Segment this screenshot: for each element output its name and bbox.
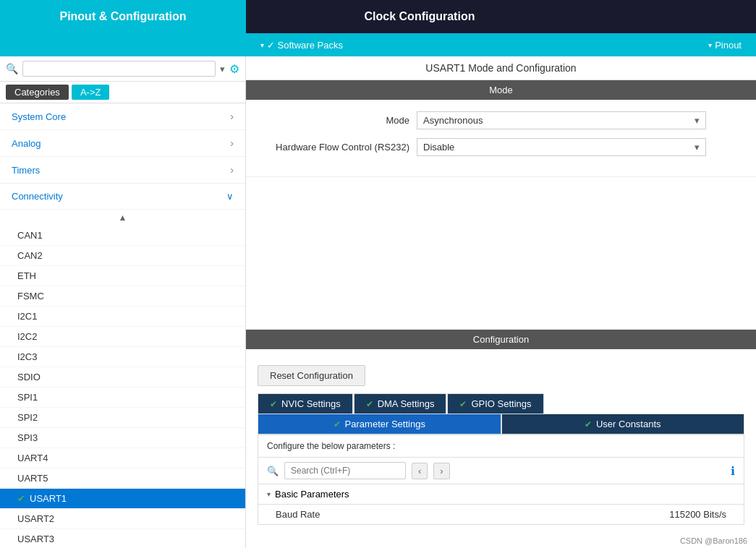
tab-user-constants[interactable]: ✔ User Constants bbox=[501, 414, 745, 434]
sidebar-item-label-connectivity: Connectivity bbox=[12, 191, 63, 202]
header-left: Pinout & Configuration bbox=[0, 0, 246, 33]
config-section: Reset Configuration ✔ NVIC Settings ✔ DM… bbox=[246, 349, 756, 534]
tabs-row-1: ✔ NVIC Settings ✔ DMA Settings ✔ GPIO Se… bbox=[258, 393, 744, 414]
baud-rate-value: 115200 Bits/s bbox=[669, 509, 726, 520]
header-right bbox=[593, 0, 756, 33]
mode-label: Mode bbox=[258, 115, 417, 126]
reset-config-button[interactable]: Reset Configuration bbox=[258, 365, 365, 386]
search-row: 🔍 ‹ › ℹ bbox=[258, 458, 744, 484]
software-packs-btn[interactable]: ▾ ✓ Software Packs bbox=[260, 40, 343, 51]
flow-control-value: Disable bbox=[423, 142, 454, 153]
check-icon-gpio: ✔ bbox=[459, 399, 467, 409]
sub-item-usart2[interactable]: USART2 bbox=[0, 509, 245, 529]
search-icon: 🔍 bbox=[6, 63, 18, 74]
baud-rate-label: Baud Rate bbox=[276, 509, 669, 520]
chevron-right-icon-timers: › bbox=[230, 164, 234, 176]
tab-gpio-settings[interactable]: ✔ GPIO Settings bbox=[447, 393, 543, 414]
next-nav-btn[interactable]: › bbox=[433, 463, 449, 479]
tabs-row-2: ✔ Parameter Settings ✔ User Constants bbox=[258, 414, 744, 435]
sub-items-list: CAN1 CAN2 ETH FSMC I2C1 I2C2 I2C3 SDIO S… bbox=[0, 226, 245, 548]
mode-value: Asynchronous bbox=[423, 115, 483, 126]
sub-header-right: ▾ ✓ Software Packs ▾ Pinout bbox=[246, 40, 756, 51]
mode-select[interactable]: Asynchronous ▾ bbox=[417, 111, 706, 129]
params-search-input[interactable] bbox=[284, 462, 406, 479]
sub-item-i2c2[interactable]: I2C2 bbox=[0, 327, 245, 347]
content-title: USART1 Mode and Configuration bbox=[246, 56, 756, 80]
sidebar-item-analog[interactable]: Analog › bbox=[0, 130, 245, 157]
sub-item-i2c1[interactable]: I2C1 bbox=[0, 307, 245, 327]
sidebar-item-timers[interactable]: Timers › bbox=[0, 157, 245, 184]
sidebar-item-label-timers: Timers bbox=[12, 165, 40, 176]
sub-item-spi2[interactable]: SPI2 bbox=[0, 408, 245, 428]
tab-parameter-label: Parameter Settings bbox=[345, 419, 425, 429]
sub-item-label-usart1: USART1 bbox=[30, 493, 67, 504]
flow-control-select[interactable]: Disable ▾ bbox=[417, 138, 706, 156]
flow-control-chevron-icon: ▾ bbox=[695, 142, 700, 153]
sidebar-item-system-core[interactable]: System Core › bbox=[0, 103, 245, 130]
chevron-down-icon-connectivity: ∨ bbox=[226, 191, 234, 202]
tab-dma-settings[interactable]: ✔ DMA Settings bbox=[354, 393, 447, 414]
sub-item-uart4[interactable]: UART4 bbox=[0, 448, 245, 468]
info-icon: ℹ bbox=[731, 464, 735, 478]
content-area: USART1 Mode and Configuration Mode Mode … bbox=[246, 56, 756, 548]
sidebar: 🔍 ▾ ⚙ Categories A->Z System Core › Anal… bbox=[0, 56, 246, 548]
sub-item-can1[interactable]: CAN1 bbox=[0, 226, 245, 246]
sub-item-can2[interactable]: CAN2 bbox=[0, 246, 245, 266]
sub-item-spi3[interactable]: SPI3 bbox=[0, 428, 245, 448]
dropdown-arrow-icon[interactable]: ▾ bbox=[220, 64, 225, 74]
watermark: CSDN @Baron186 bbox=[246, 534, 756, 548]
header-center[interactable]: Clock Configuration bbox=[246, 0, 593, 33]
pinout-btn[interactable]: ▾ Pinout bbox=[708, 40, 742, 51]
sub-header: ▾ ✓ Software Packs ▾ Pinout bbox=[0, 33, 756, 56]
baud-rate-row: Baud Rate 115200 Bits/s bbox=[258, 505, 744, 525]
check-icon-dma: ✔ bbox=[366, 399, 373, 409]
tab-categories[interactable]: Categories bbox=[6, 85, 69, 100]
sidebar-tabs-row: Categories A->Z bbox=[0, 82, 245, 103]
sub-item-eth[interactable]: ETH bbox=[0, 266, 245, 286]
flow-control-row: Hardware Flow Control (RS232) Disable ▾ bbox=[258, 138, 744, 156]
spacer bbox=[246, 177, 756, 330]
tab-dma-label: DMA Settings bbox=[378, 398, 435, 409]
tab-gpio-label: GPIO Settings bbox=[471, 398, 531, 409]
mode-chevron-down-icon: ▾ bbox=[695, 115, 700, 126]
sub-item-uart5[interactable]: UART5 bbox=[0, 468, 245, 489]
sidebar-search-input[interactable] bbox=[22, 61, 216, 77]
collapse-arrow-icon: ▾ bbox=[267, 490, 271, 498]
sidebar-item-label-system-core: System Core bbox=[12, 111, 66, 122]
sub-item-fsmc[interactable]: FSMC bbox=[0, 286, 245, 307]
sub-item-usart3[interactable]: USART3 bbox=[0, 529, 245, 548]
sub-item-sdio[interactable]: SDIO bbox=[0, 367, 245, 388]
tab-az[interactable]: A->Z bbox=[72, 85, 110, 100]
search-params-icon: 🔍 bbox=[267, 466, 279, 476]
prev-nav-btn[interactable]: ‹ bbox=[412, 463, 428, 479]
mode-section-header: Mode bbox=[246, 80, 756, 100]
sub-item-i2c3[interactable]: I2C3 bbox=[0, 347, 245, 367]
tab-nvic-settings[interactable]: ✔ NVIC Settings bbox=[258, 393, 353, 414]
chevron-down-icon: ▾ bbox=[260, 41, 264, 49]
sidebar-item-connectivity[interactable]: Connectivity ∨ bbox=[0, 184, 245, 210]
sub-item-usart1[interactable]: ✔ USART1 bbox=[0, 489, 245, 509]
tab-parameter-settings[interactable]: ✔ Parameter Settings bbox=[258, 414, 501, 434]
config-section-header: Configuration bbox=[246, 330, 756, 349]
params-configure-label: Configure the below parameters : bbox=[258, 435, 744, 458]
up-arrow-area[interactable]: ▲ bbox=[0, 210, 245, 226]
check-icon-user-constants: ✔ bbox=[585, 419, 592, 429]
pinout-chevron-icon: ▾ bbox=[708, 41, 712, 49]
basic-params-header[interactable]: ▾ Basic Parameters bbox=[258, 484, 744, 505]
software-packs-label: ✓ Software Packs bbox=[267, 40, 343, 51]
pinout-config-title: Pinout & Configuration bbox=[59, 10, 186, 23]
sub-item-spi1[interactable]: SPI1 bbox=[0, 388, 245, 408]
check-icon-parameter: ✔ bbox=[334, 419, 341, 429]
check-icon-usart1: ✔ bbox=[17, 493, 25, 504]
gear-icon[interactable]: ⚙ bbox=[229, 62, 239, 76]
header: Pinout & Configuration Clock Configurati… bbox=[0, 0, 756, 33]
sidebar-item-label-analog: Analog bbox=[12, 138, 41, 149]
check-icon-nvic: ✔ bbox=[270, 399, 277, 409]
main-layout: 🔍 ▾ ⚙ Categories A->Z System Core › Anal… bbox=[0, 56, 756, 548]
flow-control-label: Hardware Flow Control (RS232) bbox=[258, 142, 417, 153]
mode-row: Mode Asynchronous ▾ bbox=[258, 111, 744, 129]
pinout-label: Pinout bbox=[715, 40, 742, 51]
tab-user-constants-label: User Constants bbox=[596, 419, 661, 429]
chevron-right-icon: › bbox=[230, 111, 234, 122]
clock-config-title: Clock Configuration bbox=[365, 10, 475, 23]
